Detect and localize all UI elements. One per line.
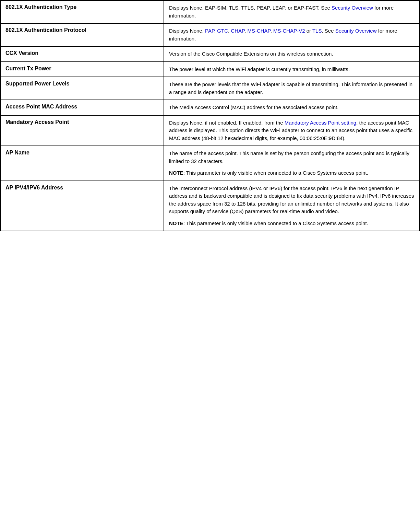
row-8021x-auth-type: 802.1X Authentication Type Displays None… [0, 0, 420, 23]
row-supported-power-levels: Supported Power Levels These are the pow… [0, 77, 420, 100]
link-mandatory-ap-setting[interactable]: Mandatory Access Point setting [285, 120, 356, 126]
link-gtc[interactable]: GTC [217, 28, 228, 34]
link-ms-chap-v2[interactable]: MS-CHAP-V2 [273, 28, 305, 34]
desc-8021x-auth-protocol: Displays None, PAP, GTC, CHAP, MS-CHAP, … [164, 23, 420, 46]
term-current-tx-power: Current Tx Power [0, 62, 164, 77]
row-ap-ipv4-ipv6: AP IPV4/IPV6 Address The Interconnect Pr… [0, 181, 420, 231]
term-supported-power-levels: Supported Power Levels [0, 77, 164, 100]
link-pap[interactable]: PAP [205, 28, 214, 34]
term-ap-name: AP Name [0, 146, 164, 181]
link-chap[interactable]: CHAP [231, 28, 244, 34]
link-security-overview-1[interactable]: Security Overview [332, 5, 373, 11]
link-ms-chap[interactable]: MS-CHAP [247, 28, 270, 34]
desc-8021x-auth-type: Displays None, EAP-SIM, TLS, TTLS, PEAP,… [164, 0, 420, 23]
desc-ccx-version: Version of the Cisco Compatible Extensio… [164, 46, 420, 62]
desc-mandatory-ap: Displays None, if not enabled. If enable… [164, 115, 420, 146]
link-security-overview-2[interactable]: Security Overview [335, 28, 377, 34]
term-ccx-version: CCX Version [0, 46, 164, 62]
term-ap-mac-address: Access Point MAC Address [0, 100, 164, 115]
row-ccx-version: CCX Version Version of the Cisco Compati… [0, 46, 420, 62]
desc-ap-name: The name of the access point. This name … [164, 146, 420, 181]
row-ap-mac-address: Access Point MAC Address The Media Acces… [0, 100, 420, 115]
term-8021x-auth-protocol: 802.1X Authentication Protocol [0, 23, 164, 46]
desc-ap-ipv4-ipv6: The Interconnect Protocol address (IPV4 … [164, 181, 420, 231]
term-ap-ipv4-ipv6: AP IPV4/IPV6 Address [0, 181, 164, 231]
term-mandatory-ap: Mandatory Access Point [0, 115, 164, 146]
row-ap-name: AP Name The name of the access point. Th… [0, 146, 420, 181]
note-label-ap-name: NOTE [169, 170, 183, 176]
desc-supported-power-levels: These are the power levels that the WiFi… [164, 77, 420, 100]
link-tls-proto[interactable]: TLS [312, 28, 322, 34]
row-8021x-auth-protocol: 802.1X Authentication Protocol Displays … [0, 23, 420, 46]
desc-ap-mac-address: The Media Access Control (MAC) address f… [164, 100, 420, 115]
note-label-ap-ipv4-ipv6: NOTE [169, 220, 183, 226]
row-mandatory-ap: Mandatory Access Point Displays None, if… [0, 115, 420, 146]
desc-current-tx-power: The power level at which the WiFi adapte… [164, 62, 420, 77]
row-current-tx-power: Current Tx Power The power level at whic… [0, 62, 420, 77]
term-8021x-auth-type: 802.1X Authentication Type [0, 0, 164, 23]
